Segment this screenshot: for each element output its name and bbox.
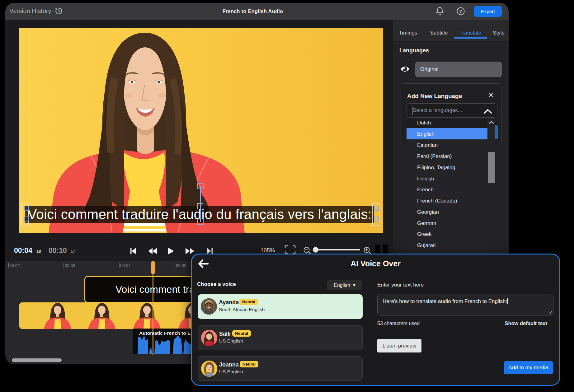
svg-text:?: ? (459, 9, 462, 14)
